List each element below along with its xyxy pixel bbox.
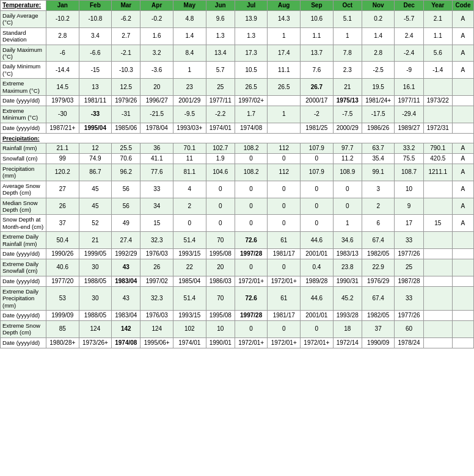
cell-value: 1977/11 <box>206 95 235 106</box>
cell-value: 11.1 <box>268 62 301 79</box>
cell-value: 2.8 <box>362 45 395 62</box>
cell-value: 1997/02+ <box>235 95 268 106</box>
cell-value: 70 <box>206 232 235 249</box>
cell-value: -15 <box>79 62 112 79</box>
cell-value: 26 <box>46 198 79 215</box>
cell-value <box>452 276 473 286</box>
col-header-apr: Apr <box>140 1 173 11</box>
cell-value <box>423 286 452 310</box>
cell-value: 1981/17 <box>268 310 301 320</box>
cell-value: 0 <box>173 215 206 232</box>
cell-value <box>423 181 452 198</box>
cell-value: -5.7 <box>395 11 423 28</box>
cell-value: 112 <box>268 143 301 154</box>
cell-value: 1979/26 <box>112 95 140 106</box>
cell-value: 1.1 <box>301 27 334 45</box>
cell-value: 1 <box>333 215 362 232</box>
table-row: Date (yyyy/dd)1999/091988/051983/041976/… <box>1 310 474 320</box>
table-row: Average Snow Depth (cm)27455633400000310… <box>1 181 474 198</box>
cell-value: 34.6 <box>333 232 362 249</box>
cell-value: 1981/11 <box>79 95 112 106</box>
cell-value: 1976/29 <box>362 276 395 286</box>
cell-value <box>423 79 452 96</box>
cell-value: 45 <box>79 198 112 215</box>
cell-value: -9.5 <box>173 106 206 123</box>
cell-value: 0 <box>235 320 268 337</box>
cell-value: 53 <box>46 286 79 310</box>
cell-value: -0.2 <box>140 11 173 28</box>
table-row: Rainfall (mm)21.11225.53670.1102.7108.21… <box>1 143 474 154</box>
cell-value: 99.1 <box>362 164 395 181</box>
cell-value: 1975/13 <box>333 95 362 106</box>
cell-value: -33 <box>79 106 112 123</box>
row-label: Precipitation (mm) <box>1 164 46 181</box>
row-label: Snowfall (cm) <box>1 154 46 164</box>
cell-value: 2 <box>362 198 395 215</box>
cell-value: 2.8 <box>46 27 79 45</box>
cell-value: 0 <box>268 181 301 198</box>
cell-value: 26.5 <box>235 79 268 96</box>
cell-value: 3 <box>362 181 395 198</box>
cell-value: 1995/08 <box>206 310 235 320</box>
cell-value: 5.6 <box>423 45 452 62</box>
cell-value: 1.4 <box>362 27 395 45</box>
cell-value: 142 <box>112 320 140 337</box>
cell-value: 1983/13 <box>333 248 362 259</box>
cell-value: 0 <box>235 259 268 276</box>
cell-value <box>423 248 452 259</box>
cell-value: 13.9 <box>235 11 268 28</box>
cell-value: 15 <box>423 215 452 232</box>
cell-value: 1972/01+ <box>268 337 301 348</box>
cell-value: 1988/05 <box>79 310 112 320</box>
cell-value: 32.3 <box>140 286 173 310</box>
row-label: Extreme Daily Rainfall (mm) <box>1 232 46 249</box>
cell-value: 10.6 <box>301 11 334 28</box>
cell-value: 108.9 <box>333 164 362 181</box>
cell-value: 85 <box>46 320 79 337</box>
row-label: Daily Average (°C) <box>1 11 46 28</box>
cell-value: 1978/24 <box>395 337 423 348</box>
cell-value: 43 <box>112 259 140 276</box>
cell-value <box>452 320 473 337</box>
cell-value: 1.3 <box>206 27 235 45</box>
cell-value: 20 <box>206 259 235 276</box>
cell-value: 1997/28 <box>235 248 268 259</box>
cell-value: 10.5 <box>235 62 268 79</box>
cell-value: 13.7 <box>301 45 334 62</box>
table-row: Extreme Daily Precipitation (mm)53304332… <box>1 286 474 310</box>
col-header-jul: Jul <box>235 1 268 11</box>
row-label: Extreme Minimum (°C) <box>1 106 46 123</box>
cell-value: 27 <box>46 181 79 198</box>
cell-value: 0 <box>235 198 268 215</box>
cell-value: 22.9 <box>362 259 395 276</box>
cell-value: 33 <box>140 181 173 198</box>
cell-value: 1.3 <box>235 27 268 45</box>
col-header-nov: Nov <box>362 1 395 11</box>
cell-value: 108.2 <box>235 164 268 181</box>
row-label: Date (yyyy/dd) <box>1 337 46 348</box>
cell-value: 2.7 <box>112 27 140 45</box>
col-header-aug: Aug <box>268 1 301 11</box>
col-header-code: Code <box>452 1 473 11</box>
cell-value: 1986/26 <box>362 123 395 133</box>
cell-value <box>452 248 473 259</box>
cell-value: 790.1 <box>423 143 452 154</box>
cell-value: 0 <box>333 181 362 198</box>
cell-value: -10.2 <box>46 11 79 28</box>
cell-value: 2.3 <box>333 62 362 79</box>
cell-value: 67.4 <box>362 286 395 310</box>
row-label: Rainfall (mm) <box>1 143 46 154</box>
cell-value: 112 <box>268 164 301 181</box>
cell-value: 1973/22 <box>423 95 452 106</box>
row-label: Extreme Snow Depth (cm) <box>1 320 46 337</box>
cell-value: 2.1 <box>423 11 452 28</box>
cell-value: 102.7 <box>206 143 235 154</box>
cell-value: 61 <box>268 232 301 249</box>
cell-value: 25 <box>395 259 423 276</box>
cell-value: -10.8 <box>79 11 112 28</box>
cell-value: 7.8 <box>333 45 362 62</box>
row-label: Extreme Maximum (°C) <box>1 79 46 96</box>
cell-value: 0 <box>333 198 362 215</box>
cell-value: 1993/28 <box>333 310 362 320</box>
cell-value: -6.2 <box>112 11 140 28</box>
